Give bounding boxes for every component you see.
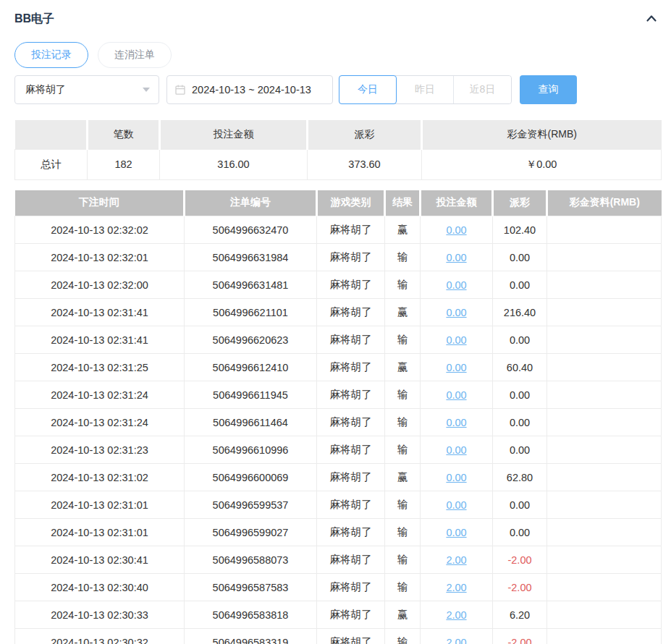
- bet-amount-link[interactable]: 2.00: [446, 554, 466, 566]
- bet-amount-link[interactable]: 0.00: [446, 252, 466, 263]
- jackpot-cell: [547, 409, 662, 436]
- result-cell: 输: [385, 436, 421, 464]
- result-cell: 输: [385, 381, 421, 409]
- game-type-cell: 麻将胡了: [317, 574, 385, 601]
- bet-amount-link[interactable]: 0.00: [446, 417, 466, 428]
- date-range-picker[interactable]: 2024-10-13 ~ 2024-10-13: [166, 75, 333, 104]
- bet-amount-link[interactable]: 2.00: [446, 609, 466, 621]
- records-header-bet-id: 注单编号: [185, 190, 317, 216]
- bet-id-cell: 5064996583818: [185, 601, 317, 629]
- result-cell: 赢: [385, 216, 421, 244]
- game-type-cell: 麻将胡了: [317, 629, 385, 644]
- bet-time-cell: 2024-10-13 02:31:24: [15, 409, 185, 436]
- bet-amount-cell: 0.00: [421, 381, 493, 409]
- bet-amount-link[interactable]: 0.00: [446, 224, 466, 236]
- jackpot-cell: [547, 244, 662, 271]
- jackpot-cell: [547, 629, 662, 644]
- result-cell: 输: [385, 491, 421, 519]
- payout-cell: 0.00: [493, 409, 547, 436]
- bet-time-cell: 2024-10-13 02:31:24: [15, 381, 185, 409]
- tab-cancelled-orders[interactable]: 连消注单: [98, 42, 172, 68]
- bet-amount-link[interactable]: 2.00: [446, 582, 466, 593]
- bet-amount-cell: 0.00: [421, 409, 493, 436]
- result-cell: 输: [385, 546, 421, 574]
- jackpot-cell: [547, 271, 662, 299]
- jackpot-cell: [547, 354, 662, 381]
- table-row: 2024-10-13 02:32:00 5064996631481 麻将胡了 输…: [15, 271, 662, 299]
- table-row: 2024-10-13 02:31:24 5064996611945 麻将胡了 输…: [15, 381, 662, 409]
- records-header-time: 下注时间: [15, 190, 185, 216]
- bet-id-cell: 5064996631481: [185, 271, 317, 299]
- bet-amount-link[interactable]: 0.00: [446, 499, 466, 511]
- jackpot-cell: [547, 299, 662, 326]
- bet-amount-link[interactable]: 0.00: [446, 307, 466, 318]
- bet-amount-link[interactable]: 0.00: [446, 389, 466, 401]
- records-body: 2024-10-13 02:32:02 5064996632470 麻将胡了 赢…: [15, 216, 662, 644]
- bet-amount-cell: 0.00: [421, 436, 493, 464]
- summary-header-payout: 派彩: [308, 120, 422, 149]
- bet-id-cell: 5064996610996: [185, 436, 317, 464]
- jackpot-cell: [547, 491, 662, 519]
- bet-time-cell: 2024-10-13 02:32:00: [15, 271, 185, 299]
- table-row: 2024-10-13 02:32:02 5064996632470 麻将胡了 赢…: [15, 216, 662, 244]
- bet-id-cell: 5064996599027: [185, 519, 317, 546]
- bet-amount-cell: 0.00: [421, 299, 493, 326]
- today-button[interactable]: 今日: [339, 75, 397, 104]
- bet-amount-link[interactable]: 0.00: [446, 472, 466, 483]
- bet-time-cell: 2024-10-13 02:31:41: [15, 326, 185, 354]
- bet-id-cell: 5064996611464: [185, 409, 317, 436]
- bet-amount-cell: 0.00: [421, 491, 493, 519]
- payout-cell: 102.40: [493, 216, 547, 244]
- yesterday-button[interactable]: 昨日: [397, 76, 454, 103]
- bet-time-cell: 2024-10-13 02:30:32: [15, 629, 185, 644]
- bet-amount-link[interactable]: 0.00: [446, 444, 466, 456]
- calendar-icon: [174, 84, 186, 96]
- bet-amount-cell: 2.00: [421, 629, 493, 644]
- tabs: 投注记录 连消注单: [14, 42, 661, 68]
- summary-header-blank: [15, 120, 88, 149]
- game-type-cell: 麻将胡了: [317, 464, 385, 491]
- date-range-value: 2024-10-13 ~ 2024-10-13: [192, 84, 311, 96]
- bet-amount-link[interactable]: 0.00: [446, 334, 466, 346]
- payout-cell: 0.00: [493, 271, 547, 299]
- collapse-button[interactable]: [645, 12, 661, 26]
- summary-total-row: 总计 182 316.00 373.60 ￥0.00: [15, 149, 662, 179]
- bet-amount-cell: 0.00: [421, 216, 493, 244]
- payout-cell: -2.00: [493, 629, 547, 644]
- chevron-up-icon: [645, 12, 658, 26]
- bet-id-cell: 5064996612410: [185, 354, 317, 381]
- bet-amount-link[interactable]: 0.00: [446, 279, 466, 291]
- bet-id-cell: 5064996632470: [185, 216, 317, 244]
- bet-id-cell: 5064996620623: [185, 326, 317, 354]
- result-cell: 输: [385, 574, 421, 601]
- bet-amount-link[interactable]: 0.00: [446, 527, 466, 538]
- game-type-cell: 麻将胡了: [317, 271, 385, 299]
- jackpot-cell: [547, 601, 662, 629]
- bet-amount-link[interactable]: 0.00: [446, 362, 466, 373]
- records-header-result: 结果: [385, 190, 421, 216]
- bet-time-cell: 2024-10-13 02:31:41: [15, 299, 185, 326]
- bet-id-cell: 5064996599537: [185, 491, 317, 519]
- game-type-cell: 麻将胡了: [317, 326, 385, 354]
- jackpot-cell: [547, 464, 662, 491]
- bet-time-cell: 2024-10-13 02:31:25: [15, 354, 185, 381]
- game-type-cell: 麻将胡了: [317, 299, 385, 326]
- summary-total-label: 总计: [15, 149, 88, 179]
- table-row: 2024-10-13 02:31:01 5064996599027 麻将胡了 输…: [15, 519, 662, 546]
- game-type-select[interactable]: 麻将胡了: [14, 75, 159, 104]
- summary-header-bet-amount: 投注金额: [160, 120, 308, 149]
- bet-id-cell: 5064996621101: [185, 299, 317, 326]
- payout-cell: 0.00: [493, 326, 547, 354]
- search-button[interactable]: 查询: [520, 75, 577, 104]
- summary-bet-amount: 316.00: [160, 149, 308, 179]
- table-row: 2024-10-13 02:30:32 5064996583319 麻将胡了 输…: [15, 629, 662, 644]
- jackpot-cell: [547, 519, 662, 546]
- payout-cell: 0.00: [493, 244, 547, 271]
- tab-bet-records[interactable]: 投注记录: [14, 42, 88, 68]
- payout-cell: 0.00: [493, 519, 547, 546]
- bet-amount-link[interactable]: 2.00: [446, 637, 466, 644]
- last-8-days-button[interactable]: 近8日: [454, 76, 511, 103]
- page-title: BB电子: [14, 12, 54, 27]
- game-type-cell: 麻将胡了: [317, 381, 385, 409]
- result-cell: 输: [385, 271, 421, 299]
